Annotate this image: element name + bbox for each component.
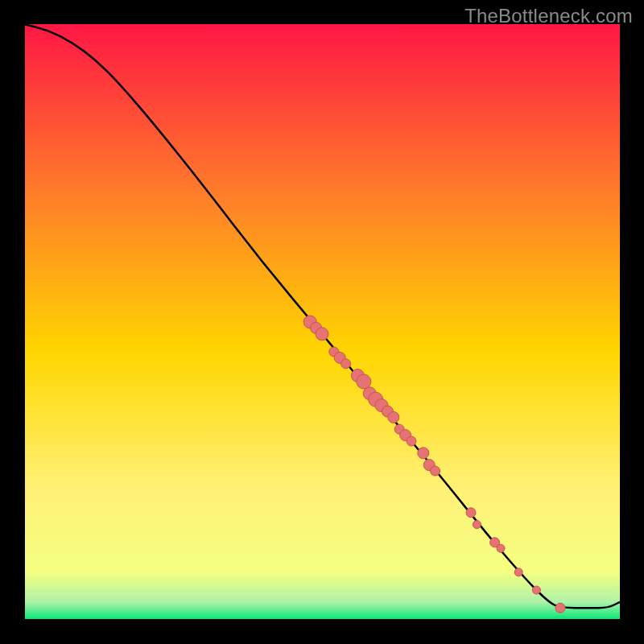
chart-container: TheBottleneck.com <box>0 0 644 644</box>
data-point <box>357 374 371 389</box>
watermark-text: TheBottleneck.com <box>464 5 633 27</box>
data-point <box>466 508 476 518</box>
data-point <box>407 436 416 446</box>
data-point <box>497 544 505 552</box>
data-point <box>316 328 328 341</box>
data-point <box>473 521 481 529</box>
plot-background <box>24 24 620 620</box>
data-point <box>532 586 540 594</box>
data-point <box>514 568 522 576</box>
data-point <box>388 411 399 423</box>
data-point <box>555 603 565 613</box>
bottleneck-chart <box>0 0 644 644</box>
data-point <box>431 466 440 476</box>
data-point <box>418 448 429 459</box>
data-point <box>341 359 351 369</box>
